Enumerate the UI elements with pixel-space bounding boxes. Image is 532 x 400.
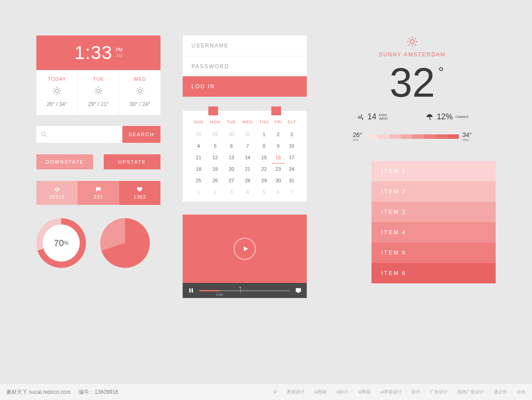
play-icon <box>242 245 249 252</box>
username-field[interactable]: USERNAME <box>183 35 307 56</box>
cal-day[interactable]: 21 <box>239 163 256 175</box>
footer-tag[interactable]: 设计 <box>411 389 420 395</box>
cal-day[interactable]: 7 <box>285 186 299 198</box>
cal-day[interactable]: 19 <box>207 163 224 175</box>
cal-day[interactable]: 27 <box>224 175 239 186</box>
stat-likes[interactable]: 1352 <box>119 181 160 205</box>
progress-bar[interactable]: 2:45 <box>200 290 290 291</box>
cal-day[interactable]: 31 <box>239 129 256 140</box>
ampm-am[interactable]: AM <box>116 53 122 58</box>
donut-chart: 70% <box>36 218 86 268</box>
stat-views[interactable]: 22312 <box>36 181 78 205</box>
list-item[interactable]: ITEM 2 <box>372 181 496 202</box>
donut-value: 70 <box>54 238 64 248</box>
search-button[interactable]: SEARCH <box>122 126 160 143</box>
password-field[interactable]: PASSWORD <box>183 56 307 76</box>
list-item[interactable]: ITEM 6 <box>372 263 496 283</box>
gradient-step <box>424 134 435 139</box>
footer-tag[interactable]: ui界面设计 <box>380 389 402 395</box>
forecast-cell[interactable]: TUE29° / 21° <box>78 70 119 115</box>
airplay-icon[interactable] <box>295 287 301 294</box>
cal-day[interactable]: 28 <box>191 129 207 140</box>
cal-day[interactable]: 23 <box>272 163 284 175</box>
stat-comments[interactable]: 331 <box>78 181 119 205</box>
cal-day[interactable]: 2 <box>272 129 284 140</box>
forecast-cell[interactable]: WED30° / 24° <box>119 70 160 115</box>
forecast-cell[interactable]: TODAY26° / 34° <box>36 70 78 115</box>
footer-tag[interactable]: ui设计 <box>336 389 349 395</box>
svg-line-41 <box>415 38 416 39</box>
cal-day[interactable]: 8 <box>256 140 272 152</box>
cal-day[interactable]: 10 <box>285 140 299 152</box>
footer-tag[interactable]: 界面设计 <box>287 389 305 395</box>
footer-tag[interactable]: 国内广告设计 <box>458 389 484 395</box>
cal-day[interactable]: 13 <box>224 152 239 163</box>
list-item[interactable]: ITEM 5 <box>372 243 496 263</box>
weather-panel: SUNNY AMSTERDAM 32° 14 KM/HWEST 12% CHAN… <box>329 35 496 141</box>
downstate-button[interactable]: DOWNSTATE <box>36 154 93 169</box>
video-player: 2:45 <box>183 215 307 298</box>
cal-day[interactable]: 9 <box>272 140 284 152</box>
cal-day[interactable]: 31 <box>285 175 299 186</box>
eye-icon <box>54 186 61 192</box>
cal-day[interactable]: 30 <box>224 129 239 140</box>
cal-day[interactable]: 11 <box>191 152 207 163</box>
login-card: USERNAME PASSWORD LOG IN <box>183 35 307 97</box>
footer-tag[interactable]: 源文件 <box>494 389 507 395</box>
cal-day[interactable]: 3 <box>285 129 299 140</box>
comment-icon <box>95 186 102 192</box>
ampm-pm[interactable]: PM <box>116 47 122 52</box>
cal-day[interactable]: 17 <box>285 152 299 163</box>
rain-info: 12% CHANCE <box>425 112 469 122</box>
cal-day[interactable]: 25 <box>191 175 207 186</box>
cal-day[interactable]: 20 <box>224 163 239 175</box>
gradient-step <box>366 134 377 139</box>
list-item[interactable]: ITEM 3 <box>372 202 496 222</box>
cal-day[interactable]: 29 <box>207 129 224 140</box>
player-screen[interactable] <box>183 215 307 283</box>
cal-day[interactable]: 5 <box>207 140 224 152</box>
footer-tag[interactable]: ui界面 <box>358 389 371 395</box>
cal-day[interactable]: 14 <box>239 152 256 163</box>
upstate-button[interactable]: UPSTATE <box>104 154 160 169</box>
footer-tag[interactable]: ui <box>274 389 277 395</box>
cal-day[interactable]: 6 <box>272 186 284 198</box>
cal-day[interactable]: 6 <box>224 140 239 152</box>
cal-day[interactable]: 5 <box>256 186 272 198</box>
cal-day[interactable]: 3 <box>224 186 239 198</box>
cal-day[interactable]: 18 <box>191 163 207 175</box>
sun-icon <box>52 90 62 97</box>
list-item[interactable]: ITEM 4 <box>372 222 496 243</box>
cal-day[interactable]: 1 <box>191 186 207 198</box>
pause-icon[interactable] <box>188 287 194 294</box>
cal-day[interactable]: 16 <box>272 152 284 163</box>
cal-day[interactable]: 4 <box>239 186 256 198</box>
cal-day[interactable]: 7 <box>239 140 256 152</box>
cal-day[interactable]: 12 <box>207 152 224 163</box>
login-button[interactable]: LOG IN <box>183 76 307 97</box>
footer-tag[interactable]: ui图标 <box>314 389 327 395</box>
cal-day[interactable]: 15 <box>256 152 272 163</box>
list-item[interactable]: ITEM 1 <box>372 161 496 181</box>
cal-day[interactable]: 22 <box>256 163 272 175</box>
cal-day[interactable]: 2 <box>207 186 224 198</box>
footer-tag[interactable]: 白色 <box>517 389 526 395</box>
svg-line-15 <box>101 93 102 94</box>
search-input[interactable] <box>36 126 122 143</box>
footer-tag[interactable]: 广告设计 <box>430 389 448 395</box>
cal-day[interactable]: 1 <box>256 129 272 140</box>
calendar-ring-left <box>208 106 218 115</box>
footer-site[interactable]: 素材天下 sucai.redocn.com <box>6 388 70 396</box>
cal-day[interactable]: 28 <box>239 175 256 186</box>
cal-day[interactable]: 4 <box>191 140 207 152</box>
gradient-step <box>436 134 447 139</box>
weather-temp: 32° <box>390 59 435 106</box>
cal-day[interactable]: 24 <box>285 163 299 175</box>
clock-ampm[interactable]: PM AM <box>116 47 122 58</box>
cal-day[interactable]: 29 <box>256 175 272 186</box>
cal-day[interactable]: 26 <box>207 175 224 186</box>
play-button[interactable] <box>234 238 256 260</box>
umbrella-icon <box>425 114 434 121</box>
cal-day[interactable]: 30 <box>272 175 284 186</box>
svg-line-23 <box>137 88 138 89</box>
